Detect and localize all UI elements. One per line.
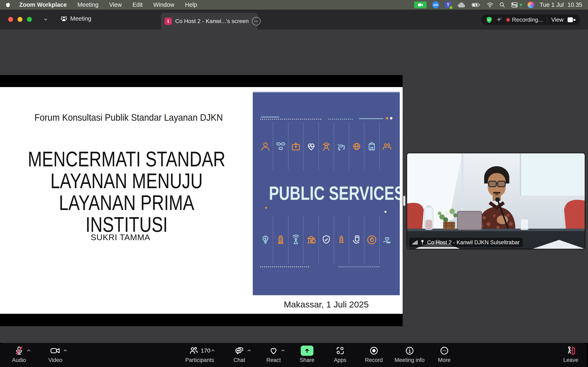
apps-button[interactable]: Apps [334,345,346,363]
tab-meeting[interactable]: Meeting [61,15,91,22]
onedrive-icon[interactable] [457,2,466,8]
view-button-label: View [551,17,563,23]
video-drag-handle[interactable] [403,196,405,206]
macos-menubar: Zoom Workplace Meeting View Edit Window … [0,0,588,9]
slide-header-text: Forum Konsultasi Publik Standar Layanan … [11,112,246,123]
leave-button[interactable]: Leave [563,345,579,363]
window-controls [8,17,32,22]
hydrant-icon [334,216,349,263]
view-layout-icon[interactable] [568,17,575,22]
decor-dotline [328,119,353,120]
decor-dot [386,117,388,119]
leave-button-label: Leave [563,357,579,363]
clock-date: Tue 1 Jul [540,1,564,8]
close-window-button[interactable] [8,17,13,22]
menu-window[interactable]: Window [153,1,174,8]
status-green-dot [520,4,522,6]
slide-letterbox-top [0,75,403,87]
tower-building-icon [273,216,288,263]
shield-check-icon[interactable] [486,17,492,23]
recording-indicator[interactable]: Recording... [507,17,543,23]
chat-options-chevron-icon[interactable] [247,348,251,353]
siri-icon[interactable] [527,2,534,8]
meeting-toolbar: Audio Video [0,343,587,367]
control-center-icon[interactable] [511,2,522,8]
share-button[interactable]: Share [300,345,314,363]
info-icon [405,346,414,355]
menu-app-name[interactable]: Zoom Workplace [19,1,67,8]
record-button[interactable]: Record [365,345,383,363]
participants-button[interactable]: 170 Participants [185,345,214,363]
minimize-window-button[interactable] [17,17,22,22]
menubar-clock[interactable]: Tue 1 Jul 10.35 [540,1,582,8]
audio-button-label: Audio [12,357,26,363]
water-tap-icon [334,123,349,170]
slide-letterbox-bottom [0,314,403,326]
menu-edit[interactable]: Edit [132,1,143,8]
mic-muted-icon [14,346,24,355]
apple-logo-icon[interactable] [6,2,10,8]
wifi-icon[interactable] [486,2,494,8]
decor-dot [384,211,387,213]
search-icon[interactable] [499,2,505,8]
meeting-status-controls: Recording... View [481,15,580,25]
react-options-chevron-icon[interactable] [281,348,285,353]
decor-line [359,118,383,119]
leave-icon [566,346,576,356]
heart-icon [269,346,278,355]
decor-dotline [260,119,321,120]
hospital-icon [288,123,303,170]
zoom-window-button[interactable] [27,17,32,22]
graphic-icon-strip-bottom [258,216,394,263]
menu-help[interactable]: Help [185,1,197,8]
share-button-label: Share [300,357,314,363]
slide-main-title: MENCERMATI STANDAR LAYANAN MENUJU LAYANA… [25,148,228,235]
school-icon [364,123,379,170]
shared-slide: Forum Konsultasi Publik Standar Layanan … [0,87,403,314]
zoom-meeting-screen: Zoom Workplace Meeting View Edit Window … [0,0,588,367]
decor-dot [390,117,392,119]
decor-line [261,117,279,117]
audio-button[interactable]: Audio [12,345,26,363]
record-dot-icon [507,18,510,21]
heartbeat-icon [303,123,318,170]
decor-dotline [338,266,379,267]
zoom-app-icon[interactable]: zm [432,1,439,8]
decor-dotline [260,266,309,267]
signal-bars-icon [412,240,418,245]
pill-divider [547,17,547,23]
more-button[interactable]: More [438,345,450,363]
slide-title-line2: LAYANAN MENUJU [25,170,228,192]
teams-icon[interactable]: T✓ [445,1,451,8]
graphic-icon-strip-top [258,123,394,170]
react-button[interactable]: React [267,345,281,363]
battery-charging-icon[interactable] [471,2,481,7]
tab-shared-screen[interactable]: t Co Host 2 - Kanwi...'s screen [161,13,258,30]
window-titlebar: Meeting t Co Host 2 - Kanwi...'s screen … [0,9,588,30]
chat-button[interactable]: Chat [233,345,245,363]
lightbulb-icon [258,216,273,263]
camera-active-icon[interactable] [414,1,427,8]
teams-check-icon: ✓ [449,6,453,9]
menu-view[interactable]: View [109,1,122,8]
shield-person-icon [319,216,334,263]
ai-sparkle-icon[interactable] [496,17,502,23]
more-icon [440,346,449,355]
tab-options-ellipsis-icon[interactable] [252,17,260,25]
participant-name-label: Co Host 2 - Kanwil DJKN Sulseltrabar [427,239,520,246]
video-options-chevron-icon[interactable] [63,348,68,353]
video-button[interactable]: Video [48,345,62,363]
participants-options-chevron-icon[interactable] [211,348,216,353]
pills-icon [273,123,288,170]
audio-options-chevron-icon[interactable] [26,348,31,353]
video-camera-icon [50,346,61,355]
people-icon [61,16,67,22]
apps-icon [336,346,345,355]
tab-shared-screen-label: Co Host 2 - Kanwi...'s screen [175,18,249,25]
apps-button-label: Apps [334,357,346,363]
recording-label: Recording... [512,17,543,23]
menu-meeting[interactable]: Meeting [77,1,98,8]
participant-video-tile[interactable]: Co Host 2 - Kanwil DJKN Sulseltrabar [406,153,585,249]
chevron-down-icon[interactable] [43,17,49,23]
meeting-info-button[interactable]: Meeting info [394,345,424,363]
